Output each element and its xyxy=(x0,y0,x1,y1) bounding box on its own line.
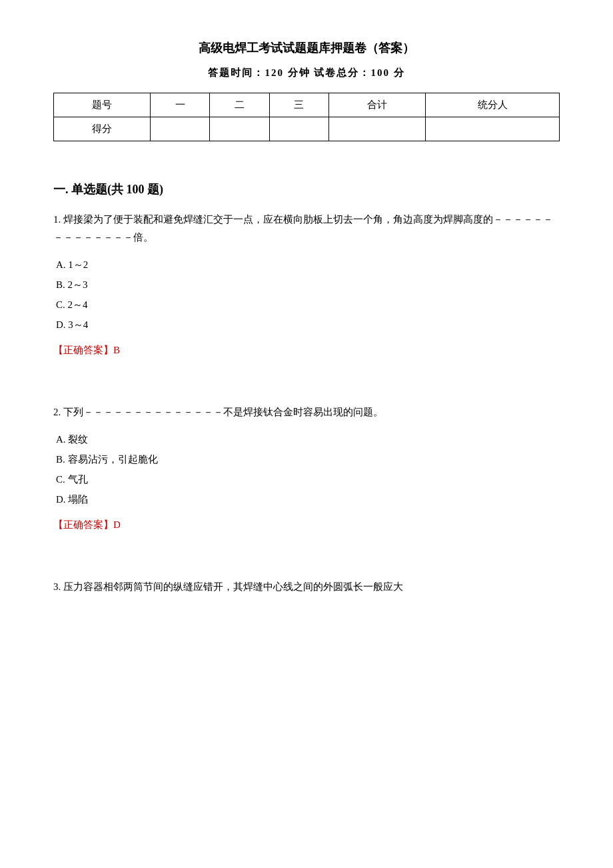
question-1-option-c: C. 2～4 xyxy=(56,295,560,315)
section-title: 一. 单选题(共 100 题) xyxy=(53,181,560,197)
table-header-one: 一 xyxy=(151,93,210,117)
question-2-option-a: A. 裂纹 xyxy=(56,429,560,449)
question-1-option-b: B. 2～3 xyxy=(56,275,560,295)
page-title: 高级电焊工考试试题题库押题卷（答案） xyxy=(53,40,560,56)
table-header-two: 二 xyxy=(210,93,269,117)
table-cell-scorer xyxy=(426,117,560,141)
table-cell-3 xyxy=(269,117,328,141)
question-2-text: 2. 下列－－－－－－－－－－－－－－不是焊接钛合金时容易出现的问题。 xyxy=(53,403,560,421)
table-header-scorer: 统分人 xyxy=(426,93,560,117)
subtitle: 答题时间：120 分钟 试卷总分：100 分 xyxy=(53,67,560,79)
table-cell-total xyxy=(328,117,425,141)
question-3: 3. 压力容器相邻两筒节间的纵缝应错开，其焊缝中心线之间的外圆弧长一般应大 xyxy=(53,578,560,596)
question-1-option-a: A. 1～2 xyxy=(56,255,560,275)
table-header-total: 合计 xyxy=(328,93,425,117)
table-header-tihao: 题号 xyxy=(54,93,151,117)
table-cell-2 xyxy=(210,117,269,141)
question-1: 1. 焊接梁为了便于装配和避免焊缝汇交于一点，应在横向肋板上切去一个角，角边高度… xyxy=(53,211,560,357)
table-header-three: 三 xyxy=(269,93,328,117)
table-row-defen-label: 得分 xyxy=(54,117,151,141)
question-1-answer: 【正确答案】B xyxy=(53,344,560,357)
score-table: 题号 一 二 三 合计 统分人 得分 xyxy=(53,93,560,141)
question-2: 2. 下列－－－－－－－－－－－－－－不是焊接钛合金时容易出现的问题。 A. 裂… xyxy=(53,403,560,531)
question-2-option-c: C. 气孔 xyxy=(56,469,560,489)
question-2-option-b: B. 容易沾污，引起脆化 xyxy=(56,449,560,469)
question-1-option-d: D. 3～4 xyxy=(56,315,560,335)
question-1-text: 1. 焊接梁为了便于装配和避免焊缝汇交于一点，应在横向肋板上切去一个角，角边高度… xyxy=(53,211,560,247)
question-2-answer: 【正确答案】D xyxy=(53,519,560,531)
table-cell-1 xyxy=(151,117,210,141)
question-2-option-d: D. 塌陷 xyxy=(56,489,560,509)
question-3-text: 3. 压力容器相邻两筒节间的纵缝应错开，其焊缝中心线之间的外圆弧长一般应大 xyxy=(53,578,560,596)
